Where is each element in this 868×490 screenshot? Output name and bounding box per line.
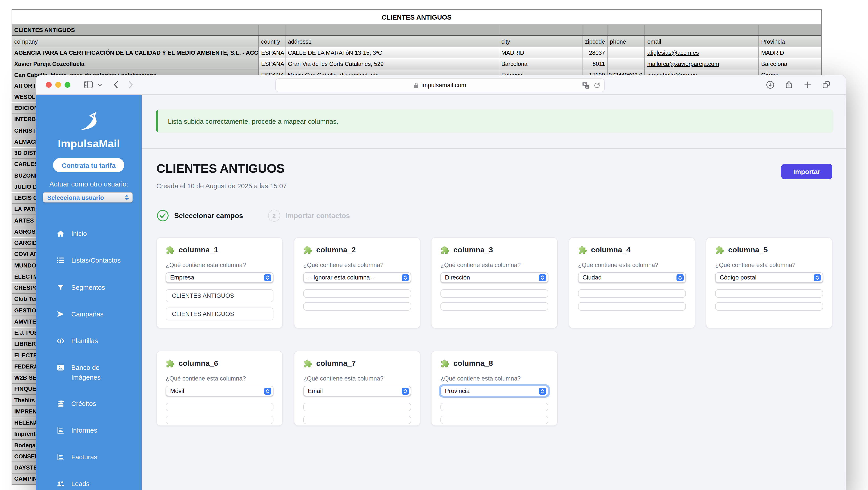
column-header-company: company (12, 36, 259, 47)
contrata-tarifa-button[interactable]: Contrata tu tarifa (53, 158, 124, 172)
field-select-columna_2[interactable]: -- Ignorar esta columna -- (303, 272, 411, 283)
card-title: columna_4 (578, 246, 686, 255)
sample-value (578, 289, 686, 298)
sample-value (715, 289, 823, 298)
minimize-window-button[interactable] (55, 82, 61, 88)
cell-email: mallorca@xavierpareja.com (645, 58, 759, 69)
back-button[interactable] (114, 81, 118, 89)
chevron-down-icon[interactable] (97, 84, 102, 86)
select-stepper-icon (677, 274, 684, 281)
importar-button[interactable]: Importar (781, 164, 832, 179)
select-stepper-icon (402, 387, 409, 395)
home-icon (57, 230, 65, 238)
table-row: Xavier Pareja CozcolluelaESPANAGran Via … (12, 58, 821, 69)
cell-city: MADRID (499, 47, 583, 58)
sheet-band-cell (259, 25, 286, 35)
card-question: ¿Qué contiene esta columna? (303, 262, 411, 268)
selected-value: Código postal (720, 274, 814, 281)
sidebar-item-banco-de-im-genes[interactable]: Banco de Imágenes (36, 363, 142, 382)
field-select-columna_1[interactable]: Empresa (166, 272, 274, 283)
step-2-number: 2 (268, 209, 280, 222)
sheet-band-cell (759, 25, 821, 35)
column-header-phone: phone (608, 36, 645, 47)
puzzle-icon (166, 359, 175, 368)
puzzle-icon (440, 359, 450, 368)
sidebar-item-informes[interactable]: Informes (36, 425, 142, 435)
sidebar-item-label: Listas/Contactos (71, 256, 121, 265)
sidebar-item-segmentos[interactable]: Segmentos (36, 283, 142, 292)
impulsamail-logo-icon (77, 110, 100, 133)
sheet-band-cell (499, 25, 583, 35)
card-question: ¿Qué contiene esta columna? (166, 262, 274, 268)
sidebar-item-plantillas[interactable]: Plantillas (36, 336, 142, 346)
card-title: columna_2 (303, 246, 411, 255)
user-select[interactable]: Selecciona usuario (43, 192, 133, 202)
sidebar-item-facturas[interactable]: Facturas (36, 452, 142, 462)
downloads-icon[interactable] (766, 80, 774, 89)
card-title-text: columna_4 (591, 246, 631, 255)
sample-value (166, 403, 274, 411)
cell-zipcode: 8011 (583, 58, 608, 69)
users-icon (57, 480, 65, 488)
column-header-zipcode: zipcode (583, 36, 608, 47)
send-icon (57, 310, 65, 318)
sidebar-toggle-icon[interactable] (84, 80, 93, 89)
cell-zipcode: 28037 (583, 47, 608, 58)
selected-value: Provincia (445, 388, 539, 394)
spreadsheet-table: CLIENTES ANTIGUOS CLIENTES ANTIGUOS comp… (11, 9, 822, 81)
brand-name: ImpulsaMail (36, 137, 142, 150)
sample-value (440, 416, 548, 424)
cell-Provincia: MADRID (759, 47, 821, 58)
success-banner-text: Lista subida correctamente, procede a ma… (168, 117, 338, 125)
field-select-columna_3[interactable]: Dirección (440, 272, 548, 283)
new-tab-icon[interactable] (803, 80, 812, 89)
column-header-city: city (499, 36, 583, 47)
sidebar-item-label: Inicio (71, 229, 87, 238)
field-select-columna_5[interactable]: Código postal (715, 272, 823, 283)
sidebar-item-leads[interactable]: Leads (36, 479, 142, 489)
card-question: ¿Qué contiene esta columna? (303, 375, 411, 382)
card-title: columna_6 (166, 359, 274, 368)
sidebar-item-listas-contactos[interactable]: Listas/Contactos (36, 256, 142, 265)
cell-address1: CALLE DE LA MARATóN 13-15, 3ºC (286, 47, 499, 58)
sidebar-item-label: Campañas (71, 309, 103, 319)
card-title-text: columna_5 (728, 246, 768, 255)
tab-overview-icon[interactable] (822, 80, 831, 89)
sidebar-item-label: Leads (71, 479, 90, 489)
column-header-country: country (259, 36, 286, 47)
sidebar-item-campa-as[interactable]: Campañas (36, 309, 142, 319)
app-sidebar: ImpulsaMail Contrata tu tarifa Actuar co… (36, 95, 142, 490)
puzzle-icon (715, 246, 724, 255)
step-1-label[interactable]: Seleccionar campos (174, 211, 243, 220)
close-window-button[interactable] (46, 82, 52, 88)
card-title: columna_1 (166, 246, 274, 255)
field-select-columna_6[interactable]: Móvil (166, 386, 274, 396)
field-select-columna_4[interactable]: Ciudad (578, 272, 686, 283)
sheet-band-cell (286, 25, 499, 35)
selected-value: Móvil (170, 388, 264, 394)
sidebar-item-cr-ditos[interactable]: Créditos (36, 399, 142, 409)
step-2-label: Importar contactos (285, 211, 350, 220)
reload-icon[interactable] (594, 82, 600, 89)
cell-Provincia: Barcelona (759, 58, 821, 69)
spreadsheet-title: CLIENTES ANTIGUOS (12, 10, 821, 25)
cell-email: afiglesias@accm.es (645, 47, 759, 58)
address-bar[interactable]: impulsamail.com A (275, 78, 605, 92)
select-stepper-icon (264, 387, 271, 395)
select-stepper-icon (539, 274, 546, 281)
zoom-window-button[interactable] (65, 82, 70, 88)
coins-icon (57, 400, 65, 408)
translate-icon[interactable]: A (582, 81, 590, 89)
share-icon[interactable] (785, 80, 793, 89)
success-banner: Lista subida correctamente, procede a ma… (156, 109, 833, 133)
field-select-columna_7[interactable]: Email (303, 386, 411, 396)
code-icon (57, 337, 65, 345)
sidebar-item-inicio[interactable]: Inicio (36, 229, 142, 238)
sample-value (440, 289, 548, 298)
sidebar-item-label: Facturas (71, 452, 97, 462)
forward-button[interactable] (129, 81, 133, 89)
spreadsheet-header-row: companycountryaddress1cityzipcodephoneem… (12, 36, 821, 47)
card-title: columna_7 (303, 359, 411, 368)
selected-value: Dirección (445, 274, 539, 281)
field-select-columna_8[interactable]: Provincia (440, 386, 548, 396)
